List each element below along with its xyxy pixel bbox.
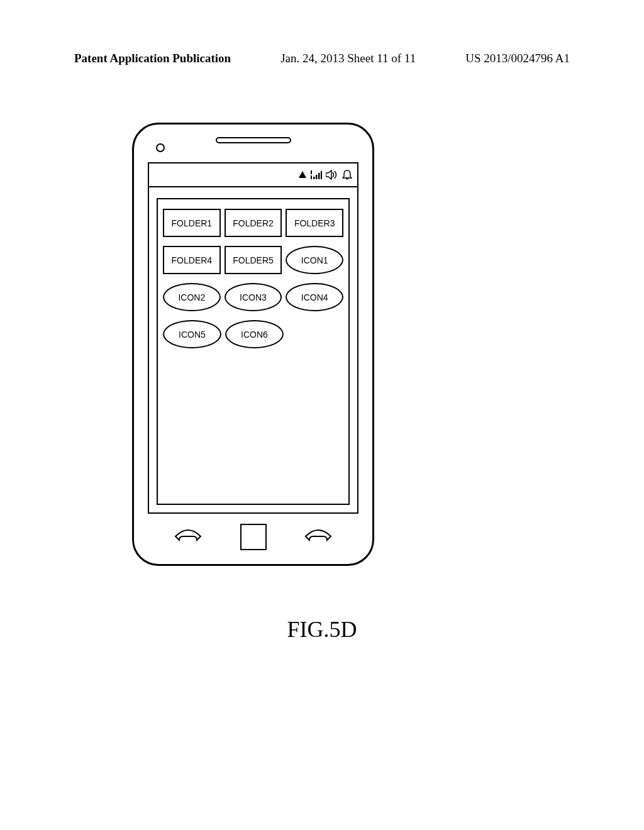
signal-icon (311, 170, 322, 179)
home-button[interactable] (240, 524, 267, 550)
page-header: Patent Application Publication Jan. 24, … (0, 52, 644, 65)
bell-icon (342, 170, 352, 180)
grid-row: ICON2 ICON3 ICON4 (163, 283, 343, 311)
header-center: Jan. 24, 2013 Sheet 11 of 11 (280, 52, 416, 65)
folder-item[interactable]: FOLDER4 (163, 246, 221, 274)
app-icon[interactable]: ICON3 (225, 283, 282, 311)
phone-screen: FOLDER1 FOLDER2 FOLDER3 FOLDER4 FOLDER5 … (148, 162, 358, 514)
grid-row: ICON5 ICON6 (163, 320, 343, 348)
app-icon[interactable]: ICON5 (163, 320, 221, 348)
svg-marker-7 (326, 170, 331, 179)
earpiece-icon (216, 137, 291, 143)
svg-rect-2 (311, 175, 312, 179)
grid-row: FOLDER1 FOLDER2 FOLDER3 (163, 209, 343, 237)
figure-label: FIG.5D (287, 616, 357, 643)
folder-item[interactable]: FOLDER3 (286, 209, 343, 237)
camera-icon (156, 143, 165, 152)
triangle-icon (298, 170, 307, 179)
call-button-right[interactable] (304, 528, 332, 544)
svg-rect-4 (316, 175, 318, 179)
svg-rect-1 (311, 170, 312, 174)
empty-cell (287, 320, 343, 348)
folder-item[interactable]: FOLDER2 (225, 209, 282, 237)
app-icon[interactable]: ICON6 (225, 320, 284, 348)
status-bar (149, 163, 357, 187)
folder-item[interactable]: FOLDER1 (163, 209, 221, 237)
sound-icon (326, 170, 338, 180)
header-right: US 2013/0024796 A1 (465, 52, 570, 65)
svg-rect-5 (318, 173, 320, 179)
svg-rect-3 (313, 177, 315, 179)
svg-marker-0 (299, 171, 306, 178)
app-icon[interactable]: ICON4 (286, 283, 343, 311)
app-grid: FOLDER1 FOLDER2 FOLDER3 FOLDER4 FOLDER5 … (157, 198, 350, 505)
call-button-left[interactable] (174, 528, 202, 544)
phone-device: FOLDER1 FOLDER2 FOLDER3 FOLDER4 FOLDER5 … (132, 123, 374, 566)
svg-rect-6 (321, 171, 322, 179)
app-icon[interactable]: ICON2 (163, 283, 221, 311)
header-left: Patent Application Publication (74, 52, 231, 65)
app-icon[interactable]: ICON1 (286, 246, 343, 274)
folder-item[interactable]: FOLDER5 (225, 246, 282, 274)
grid-row: FOLDER4 FOLDER5 ICON1 (163, 246, 343, 274)
